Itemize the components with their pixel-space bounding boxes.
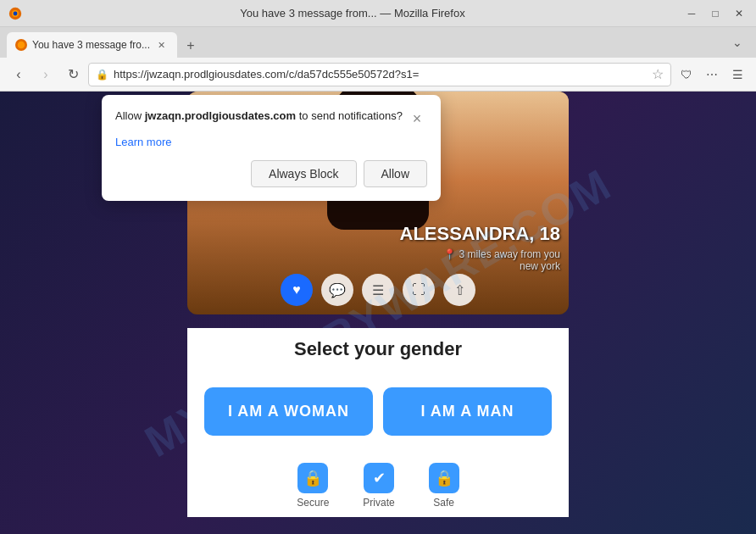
security-icon: 🔒 [96,69,108,81]
window-title: You have 3 message from... — Mozilla Fir… [31,7,675,19]
learn-more-link[interactable]: Learn more [115,136,427,148]
shield-icon[interactable]: 🛡 [675,63,698,86]
notification-popup: Allow jwzaqn.prodlgiousdates.com to send… [102,95,441,201]
maximize-button[interactable]: □ [705,3,725,24]
trust-badges: 🔒 Secure ✔ Private 🔒 Safe [187,449,569,517]
popup-domain: jwzaqn.prodlgiousdates.com [145,109,296,122]
url-display: https://jwzaqn.prodlgiousdates.com/c/da5… [114,68,647,81]
tab-bar: You have 3 message fro... ✕ + ⌄ [0,27,756,58]
i-am-a-woman-button[interactable]: I AM A WOMAN [204,387,373,436]
forward-button[interactable]: › [34,63,58,86]
tab-bar-menu-icon[interactable]: ⌄ [725,31,749,54]
tab-title: You have 3 message fro... [32,39,150,51]
tab-close-button[interactable]: ✕ [155,38,169,52]
private-icon: ✔ [364,463,394,493]
safe-badge: 🔒 Safe [429,463,459,509]
chat-action-button[interactable]: 💬 [321,274,353,306]
back-button[interactable]: ‹ [7,63,31,86]
safe-icon: 🔒 [429,463,459,493]
secure-badge: 🔒 Secure [297,463,329,509]
share-action-button[interactable]: ⇧ [443,274,475,306]
menu-action-button[interactable]: ☰ [362,274,394,306]
always-block-button[interactable]: Always Block [251,160,356,187]
tab-favicon-icon [15,39,27,51]
safe-label: Safe [433,497,454,509]
address-bar: ‹ › ↻ 🔒 https://jwzaqn.prodlgiousdates.c… [0,58,756,92]
popup-close-button[interactable]: × [407,108,427,129]
gender-title: Select your gender [187,328,569,374]
popup-buttons: Always Block Allow [115,160,427,187]
i-am-a-man-button[interactable]: I AM A MAN [383,387,552,436]
active-tab[interactable]: You have 3 message fro... ✕ [7,32,177,58]
bookmark-star-icon[interactable]: ☆ [652,66,664,82]
new-tab-button[interactable]: + [179,34,203,58]
gender-section: Select your gender I AM A WOMAN I AM A M… [187,328,569,517]
character-name-overlay: ALESSANDRA, 18 📍 3 miles away from youne… [400,223,560,272]
private-label: Private [363,497,394,509]
popup-header: Allow jwzaqn.prodlgiousdates.com to send… [115,108,427,129]
title-bar: You have 3 message from... — Mozilla Fir… [0,0,756,27]
expand-action-button[interactable]: ⛶ [403,274,435,306]
popup-title-text: Allow jwzaqn.prodlgiousdates.com to send… [115,109,403,122]
window-controls: ─ □ ✕ [681,3,749,24]
close-button[interactable]: ✕ [729,3,749,24]
allow-button[interactable]: Allow [364,160,427,187]
browser-window: You have 3 message from... — Mozilla Fir… [0,0,756,534]
minimize-button[interactable]: ─ [681,3,702,24]
svg-point-3 [18,42,25,49]
menu-icon[interactable]: ☰ [725,63,749,86]
character-location: 📍 3 miles away from younew york [400,248,560,272]
web-content: Allow jwzaqn.prodlgiousdates.com to send… [0,92,756,534]
reload-button[interactable]: ↻ [61,63,85,86]
toolbar-icons: 🛡 ⋯ ☰ [675,63,749,86]
address-input-wrap[interactable]: 🔒 https://jwzaqn.prodlgiousdates.com/c/d… [88,63,671,86]
location-pin-icon: 📍 [443,248,456,260]
svg-point-2 [14,11,18,15]
popup-title: Allow jwzaqn.prodlgiousdates.com to send… [115,108,403,124]
character-name: ALESSANDRA, 18 [400,223,560,245]
firefox-logo-icon [7,5,24,22]
private-badge: ✔ Private [363,463,394,509]
character-actions: ♥ 💬 ☰ ⛶ ⇧ [281,274,475,306]
secure-icon: 🔒 [297,463,328,493]
extensions-icon[interactable]: ⋯ [700,63,724,86]
secure-label: Secure [297,497,329,509]
gender-buttons: I AM A WOMAN I AM A MAN [187,374,569,449]
heart-action-button[interactable]: ♥ [281,274,313,306]
